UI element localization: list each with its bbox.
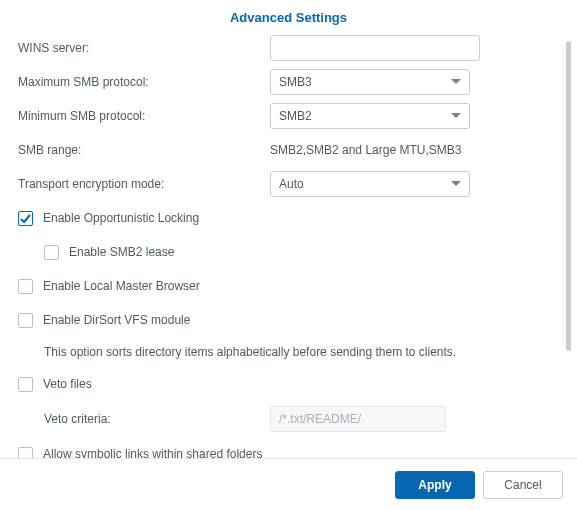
- oplock-label: Enable Opportunistic Locking: [43, 211, 199, 225]
- cancel-button[interactable]: Cancel: [483, 471, 563, 499]
- veto-criteria-label: Veto criteria:: [44, 412, 270, 426]
- svg-marker-1: [451, 113, 461, 118]
- row-dirsort[interactable]: Enable DirSort VFS module: [18, 305, 563, 335]
- row-transport-enc: Transport encryption mode: Auto: [18, 169, 563, 199]
- transport-enc-label: Transport encryption mode:: [18, 177, 270, 191]
- wins-server-input[interactable]: [270, 35, 480, 61]
- svg-marker-2: [451, 181, 461, 186]
- chevron-down-icon: [451, 79, 461, 85]
- local-master-label: Enable Local Master Browser: [43, 279, 200, 293]
- row-oplock[interactable]: Enable Opportunistic Locking: [18, 203, 563, 233]
- max-smb-label: Maximum SMB protocol:: [18, 75, 270, 89]
- dirsort-description: This option sorts directory items alphab…: [18, 339, 563, 369]
- row-smb2-lease[interactable]: Enable SMB2 lease: [18, 237, 563, 267]
- row-min-smb: Minimum SMB protocol: SMB2: [18, 101, 563, 131]
- smb2-lease-label: Enable SMB2 lease: [69, 245, 174, 259]
- smb-range-value: SMB2,SMB2 and Large MTU,SMB3: [270, 143, 461, 157]
- row-veto-files[interactable]: Veto files: [18, 369, 563, 399]
- row-veto-criteria: Veto criteria: /*.txt/README/: [18, 403, 563, 435]
- dialog-title: Advanced Settings: [0, 0, 577, 33]
- chevron-down-icon: [451, 113, 461, 119]
- chevron-down-icon: [451, 181, 461, 187]
- transport-enc-select[interactable]: Auto: [270, 171, 470, 197]
- veto-files-checkbox[interactable]: [18, 377, 33, 392]
- advanced-settings-dialog: Advanced Settings WINS server: Maximum S…: [0, 0, 577, 510]
- smb-range-label: SMB range:: [18, 143, 270, 157]
- content-area: WINS server: Maximum SMB protocol: SMB3 …: [0, 33, 577, 473]
- oplock-checkbox[interactable]: [18, 211, 33, 226]
- veto-criteria-input: /*.txt/README/: [270, 406, 446, 432]
- dirsort-label: Enable DirSort VFS module: [43, 313, 190, 327]
- local-master-checkbox[interactable]: [18, 279, 33, 294]
- row-max-smb: Maximum SMB protocol: SMB3: [18, 67, 563, 97]
- veto-files-label: Veto files: [43, 377, 92, 391]
- wins-server-label: WINS server:: [18, 41, 270, 55]
- min-smb-value: SMB2: [279, 109, 312, 123]
- row-wins-server: WINS server:: [18, 33, 563, 63]
- max-smb-value: SMB3: [279, 75, 312, 89]
- max-smb-select[interactable]: SMB3: [270, 69, 470, 95]
- dirsort-checkbox[interactable]: [18, 313, 33, 328]
- form-scroll: WINS server: Maximum SMB protocol: SMB3 …: [18, 33, 563, 473]
- transport-enc-value: Auto: [279, 177, 304, 191]
- vertical-scrollbar[interactable]: [566, 41, 571, 351]
- min-smb-label: Minimum SMB protocol:: [18, 109, 270, 123]
- dialog-footer: Apply Cancel: [0, 458, 577, 510]
- row-smb-range: SMB range: SMB2,SMB2 and Large MTU,SMB3: [18, 135, 563, 165]
- min-smb-select[interactable]: SMB2: [270, 103, 470, 129]
- veto-criteria-placeholder: /*.txt/README/: [279, 412, 361, 426]
- apply-button[interactable]: Apply: [395, 471, 475, 499]
- smb2-lease-checkbox[interactable]: [44, 245, 59, 260]
- svg-marker-0: [451, 79, 461, 84]
- row-local-master[interactable]: Enable Local Master Browser: [18, 271, 563, 301]
